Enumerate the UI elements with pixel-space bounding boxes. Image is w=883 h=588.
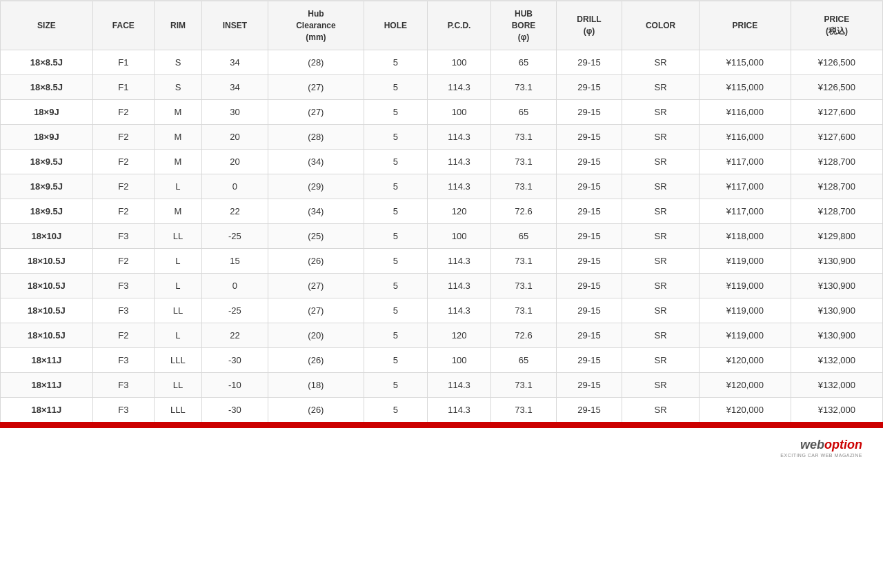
cell-price_tax: ¥128,700 — [791, 174, 882, 199]
cell-price: ¥116,000 — [699, 100, 791, 125]
cell-hole: 5 — [364, 323, 428, 348]
cell-inset: 0 — [202, 174, 268, 199]
cell-hole: 5 — [364, 348, 428, 373]
cell-hole: 5 — [364, 150, 428, 174]
cell-price_tax: ¥130,900 — [791, 323, 882, 348]
cell-color: SR — [622, 298, 700, 323]
cell-price: ¥116,000 — [699, 125, 791, 150]
cell-rim: LL — [154, 224, 201, 249]
cell-rim: M — [154, 125, 201, 150]
cell-color: SR — [622, 373, 700, 398]
cell-hub_bore: 73.1 — [491, 373, 556, 398]
cell-pcd: 114.3 — [427, 174, 491, 199]
cell-size: 18×11J — [1, 398, 93, 423]
cell-pcd: 100 — [427, 224, 491, 249]
cell-inset: 34 — [202, 50, 268, 75]
cell-price: ¥119,000 — [699, 249, 791, 274]
col-size: SIZE — [1, 1, 93, 50]
cell-hub_clearance: (26) — [268, 398, 364, 423]
footer: weboption EXCITING CAR WEB MAGAZINE — [0, 428, 883, 465]
table-body: 18×8.5JF1S34(28)51006529-15SR¥115,000¥12… — [1, 50, 883, 423]
cell-pcd: 114.3 — [427, 274, 491, 298]
cell-price: ¥120,000 — [699, 398, 791, 423]
cell-size: 18×10.5J — [1, 298, 93, 323]
cell-price_tax: ¥126,500 — [791, 50, 882, 75]
logo-container: weboption EXCITING CAR WEB MAGAZINE — [780, 438, 862, 458]
cell-drill: 29-15 — [556, 348, 622, 373]
cell-pcd: 120 — [427, 323, 491, 348]
cell-color: SR — [622, 224, 700, 249]
cell-pcd: 114.3 — [427, 249, 491, 274]
cell-color: SR — [622, 100, 700, 125]
col-inset: INSET — [202, 1, 268, 50]
cell-face: F1 — [92, 75, 154, 100]
cell-drill: 29-15 — [556, 75, 622, 100]
cell-color: SR — [622, 274, 700, 298]
cell-price: ¥117,000 — [699, 174, 791, 199]
table-row: 18×10JF3LL-25(25)51006529-15SR¥118,000¥1… — [1, 224, 883, 249]
cell-color: SR — [622, 323, 700, 348]
logo-sub: EXCITING CAR WEB MAGAZINE — [780, 453, 862, 458]
cell-hub_clearance: (26) — [268, 348, 364, 373]
cell-inset: -25 — [202, 224, 268, 249]
specs-table: SIZE FACE RIM INSET HubClearance(mm) HOL… — [0, 0, 883, 424]
cell-color: SR — [622, 125, 700, 150]
table-row: 18×10.5JF2L22(20)512072.629-15SR¥119,000… — [1, 323, 883, 348]
col-face: FACE — [92, 1, 154, 50]
cell-rim: LLL — [154, 398, 201, 423]
cell-hub_clearance: (34) — [268, 150, 364, 174]
cell-drill: 29-15 — [556, 150, 622, 174]
cell-hole: 5 — [364, 249, 428, 274]
col-drill: DRILL(φ) — [556, 1, 622, 50]
table-row: 18×11JF3LLL-30(26)51006529-15SR¥120,000¥… — [1, 348, 883, 373]
cell-price_tax: ¥130,900 — [791, 249, 882, 274]
cell-inset: 20 — [202, 125, 268, 150]
cell-price_tax: ¥132,000 — [791, 373, 882, 398]
table-row: 18×9.5JF2M20(34)5114.373.129-15SR¥117,00… — [1, 150, 883, 174]
col-hub-bore: HUBBORE(φ) — [491, 1, 556, 50]
cell-face: F2 — [92, 100, 154, 125]
col-pcd: P.C.D. — [427, 1, 491, 50]
cell-size: 18×9J — [1, 125, 93, 150]
cell-color: SR — [622, 199, 700, 224]
table-row: 18×9.5JF2M22(34)512072.629-15SR¥117,000¥… — [1, 199, 883, 224]
cell-face: F3 — [92, 398, 154, 423]
cell-hole: 5 — [364, 174, 428, 199]
cell-drill: 29-15 — [556, 199, 622, 224]
cell-rim: S — [154, 75, 201, 100]
cell-color: SR — [622, 398, 700, 423]
col-hub-clearance: HubClearance(mm) — [268, 1, 364, 50]
cell-pcd: 114.3 — [427, 398, 491, 423]
cell-pcd: 114.3 — [427, 75, 491, 100]
cell-hub_bore: 72.6 — [491, 199, 556, 224]
cell-color: SR — [622, 150, 700, 174]
table-header: SIZE FACE RIM INSET HubClearance(mm) HOL… — [1, 1, 883, 50]
cell-face: F2 — [92, 174, 154, 199]
cell-size: 18×10.5J — [1, 323, 93, 348]
cell-drill: 29-15 — [556, 125, 622, 150]
cell-drill: 29-15 — [556, 100, 622, 125]
cell-inset: 15 — [202, 249, 268, 274]
cell-pcd: 100 — [427, 50, 491, 75]
cell-color: SR — [622, 348, 700, 373]
cell-price: ¥119,000 — [699, 274, 791, 298]
cell-pcd: 114.3 — [427, 373, 491, 398]
cell-hub_clearance: (27) — [268, 100, 364, 125]
cell-rim: LL — [154, 373, 201, 398]
cell-hub_bore: 73.1 — [491, 125, 556, 150]
cell-hub_bore: 72.6 — [491, 323, 556, 348]
cell-face: F3 — [92, 298, 154, 323]
cell-price_tax: ¥129,800 — [791, 224, 882, 249]
cell-hub_bore: 73.1 — [491, 274, 556, 298]
cell-price_tax: ¥132,000 — [791, 398, 882, 423]
table-row: 18×9JF2M30(27)51006529-15SR¥116,000¥127,… — [1, 100, 883, 125]
cell-rim: LLL — [154, 348, 201, 373]
cell-price: ¥119,000 — [699, 323, 791, 348]
cell-face: F3 — [92, 348, 154, 373]
cell-size: 18×11J — [1, 373, 93, 398]
cell-hub_bore: 65 — [491, 50, 556, 75]
cell-size: 18×9J — [1, 100, 93, 125]
table-row: 18×10.5JF3LL-25(27)5114.373.129-15SR¥119… — [1, 298, 883, 323]
cell-hub_clearance: (29) — [268, 174, 364, 199]
col-rim: RIM — [154, 1, 201, 50]
